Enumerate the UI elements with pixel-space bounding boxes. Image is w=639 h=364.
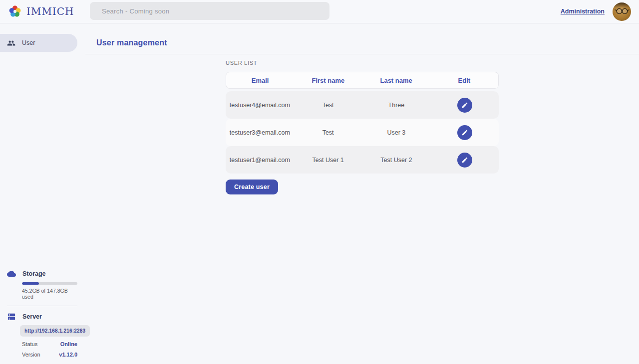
table-header-row: Email First name Last name Edit	[226, 72, 499, 89]
server-version-row: Version v1.12.0	[22, 352, 77, 358]
flower-logo-icon	[8, 4, 22, 18]
storage-progress-bar	[22, 282, 77, 285]
table-row: testuser3@email.com Test User 3	[226, 119, 499, 146]
immich-logo[interactable]: IMMICH	[8, 4, 74, 18]
col-header-first-name: First name	[312, 77, 345, 84]
cell-last-name: Test User 2	[380, 157, 412, 164]
sidebar-item-user[interactable]: User	[0, 34, 77, 52]
col-header-edit: Edit	[458, 77, 471, 84]
pencil-icon	[461, 157, 468, 164]
avatar[interactable]	[613, 2, 631, 21]
sidebar-item-label: User	[22, 39, 35, 46]
storage-title: Storage	[22, 270, 46, 277]
cell-last-name: Three	[388, 102, 405, 109]
title-bar: User management	[85, 23, 639, 54]
server-icon	[7, 312, 16, 321]
main-panel: User management USER LIST Email First na…	[85, 23, 639, 364]
pencil-icon	[461, 129, 468, 136]
storage-usage-text: 45.2GB of 147.8GB used	[22, 288, 77, 300]
sidebar-divider	[7, 306, 77, 306]
col-header-email: Email	[252, 77, 269, 84]
administration-link[interactable]: Administration	[561, 8, 605, 15]
search-input[interactable]: Search - Coming soon	[90, 2, 329, 20]
pencil-icon	[461, 102, 468, 109]
server-status-row: Status Online	[22, 341, 77, 347]
create-user-button[interactable]: Create user	[226, 180, 278, 194]
edit-user-button[interactable]	[457, 98, 472, 113]
server-title: Server	[22, 313, 42, 320]
version-label: Version	[22, 352, 40, 358]
people-icon	[7, 39, 15, 47]
cell-first-name: Test User 1	[313, 157, 344, 164]
cloud-icon	[7, 269, 16, 278]
cell-email: testuser3@email.com	[230, 129, 290, 136]
cell-email: testuser4@email.com	[230, 102, 290, 109]
cell-email: testuser1@email.com	[230, 157, 290, 164]
status-value: Online	[60, 341, 77, 347]
search-placeholder: Search - Coming soon	[102, 7, 169, 15]
glasses-avatar-image	[613, 2, 631, 21]
logo-text: IMMICH	[26, 5, 74, 17]
sidebar: User Storage 45.2GB of 147.8GB used	[0, 23, 85, 364]
cell-first-name: Test	[322, 102, 334, 109]
server-header: Server	[7, 312, 77, 321]
sidebar-footer: Storage 45.2GB of 147.8GB used Server ht…	[0, 269, 85, 358]
cell-last-name: User 3	[387, 129, 405, 136]
col-header-last-name: Last name	[380, 77, 412, 84]
top-bar: IMMICH Search - Coming soon Administrati…	[0, 0, 639, 23]
storage-header: Storage	[7, 269, 77, 278]
status-label: Status	[22, 341, 37, 347]
table-row: testuser1@email.com Test User 1 Test Use…	[226, 146, 499, 174]
server-url-badge: http://192.168.1.216:2283	[20, 325, 90, 337]
edit-user-button[interactable]	[457, 153, 472, 168]
cell-first-name: Test	[322, 129, 334, 136]
page-title: User management	[96, 38, 639, 47]
version-value: v1.12.0	[59, 352, 77, 358]
storage-progress-fill	[22, 282, 39, 285]
edit-user-button[interactable]	[457, 125, 472, 140]
table-row: testuser4@email.com Test Three	[226, 91, 499, 119]
user-list-label: USER LIST	[226, 60, 499, 66]
